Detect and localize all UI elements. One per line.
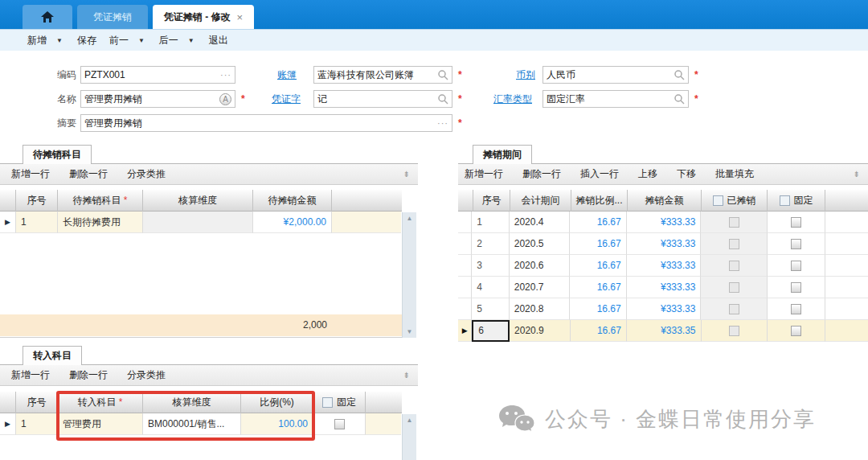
table-row[interactable]: 3 2020.6 16.67 ¥333.33 [458,255,868,277]
grid-expand-icon[interactable]: ⇟ [854,170,860,179]
vertical-scrollbar[interactable]: ▲ [402,414,416,460]
grid-expand-icon[interactable]: ⇟ [403,371,410,380]
period-cell[interactable]: 2020.6 [510,255,571,277]
add-row-button[interactable]: 新增一行 [461,167,506,181]
table-row[interactable]: ▶ 1 长期待摊费用 ¥2,000.00 [0,212,402,233]
search-icon[interactable] [674,69,685,80]
previous-button[interactable]: 前一 [106,34,132,47]
summary-field[interactable]: 管理费用摊销 ··· [80,114,452,132]
checkbox-amortized[interactable] [729,326,739,336]
checkbox-fixed[interactable] [791,217,801,228]
name-field[interactable]: 管理费用摊销 A [80,90,235,108]
seq-cell[interactable]: 3 [472,255,509,277]
next-button[interactable]: 后一 [156,34,182,47]
rate-type-link[interactable]: 汇率类型 [493,90,532,108]
exit-button[interactable]: 退出 [206,34,231,47]
move-up-button[interactable]: 上移 [635,167,661,181]
new-button[interactable]: 新增 [24,34,50,47]
table-row[interactable]: ▶ 1 管理费用 BM000001/销售... 100.00 [0,413,402,435]
delete-row-button[interactable]: 删除一行 [519,167,564,181]
chevron-down-icon[interactable]: ▼ [138,37,145,44]
table-row-selected[interactable]: ▶ 6 2020.9 16.67 ¥333.35 [458,320,868,342]
checkbox-amortized[interactable] [729,304,739,314]
search-icon[interactable] [437,69,448,80]
col-amortized[interactable]: 已摊销 [702,190,768,212]
checkbox-fixed[interactable] [334,419,345,429]
seq-cell[interactable]: 1 [472,212,509,233]
seq-cell[interactable]: 4 [472,277,509,298]
close-icon[interactable]: × [237,11,244,23]
table-row[interactable]: 5 2020.8 16.67 ¥333.33 [458,298,868,320]
seq-cell[interactable]: 6 [472,320,510,342]
ratio-cell[interactable]: 100.00 [241,413,313,435]
book-link[interactable]: 账簿 [277,66,297,84]
amount-cell[interactable]: ¥333.35 [627,320,702,342]
col-pending-amount[interactable]: 待摊销金额 [253,190,332,212]
checkbox-fixed[interactable] [791,239,801,249]
checkbox-fixed[interactable] [791,261,801,271]
ratio-cell[interactable]: 16.67 [570,298,626,320]
ratio-cell[interactable]: 16.67 [570,212,626,233]
header-checkbox-fixed[interactable] [780,195,790,206]
col-period[interactable]: 会计期间 [510,190,571,212]
save-button[interactable]: 保存 [74,34,100,47]
voucher-word-field[interactable]: 记 [313,90,452,108]
tab-voucher-amortization[interactable]: 凭证摊销 [77,5,148,29]
insert-row-button[interactable]: 插入一行 [577,167,622,181]
seq-cell[interactable]: 2 [472,233,509,255]
ratio-cell[interactable]: 16.67 [570,277,626,298]
tab-home[interactable] [23,5,72,29]
amount-cell[interactable]: ¥333.33 [627,277,702,298]
period-cell[interactable]: 2020.4 [510,212,571,233]
add-row-button[interactable]: 新增一行 [8,167,53,181]
amount-cell[interactable]: ¥333.33 [627,255,702,277]
chevron-down-icon[interactable]: ▼ [56,37,63,44]
dimension-cell[interactable] [143,212,253,233]
amount-cell[interactable]: ¥333.33 [627,298,702,320]
col-fixed[interactable]: 固定 [768,190,825,212]
ratio-cell[interactable]: 16.67 [570,233,626,255]
period-cell[interactable]: 2020.7 [510,277,571,298]
col-pending-subject[interactable]: 待摊销科目 * [58,190,143,212]
header-checkbox-amortized[interactable] [713,195,723,206]
tab-pending-subjects[interactable]: 待摊销科目 [23,145,92,164]
move-down-button[interactable]: 下移 [674,167,699,181]
seq-cell[interactable]: 1 [16,413,58,435]
currency-field[interactable]: 人民币 [542,66,689,84]
seq-cell[interactable]: 1 [16,212,58,233]
code-field[interactable]: PZTX001 ··· [80,66,235,84]
voucher-word-link[interactable]: 凭证字 [272,90,301,108]
delete-row-button[interactable]: 删除一行 [66,167,111,181]
entry-analogy-button[interactable]: 分录类推 [124,368,169,382]
period-cell[interactable]: 2020.5 [510,233,571,255]
col-transfer-subject[interactable]: 转入科目 * [58,392,143,413]
col-ratio[interactable]: 比例(%) [241,392,313,413]
vertical-scrollbar[interactable]: ▲ ▼ [402,212,416,338]
grid-expand-icon[interactable]: ⇟ [403,170,410,179]
col-seq[interactable]: 序号 [16,392,58,413]
amount-cell[interactable]: ¥2,000.00 [253,212,332,233]
col-seq[interactable]: 序号 [473,190,510,212]
subject-cell[interactable]: 管理费用 [58,413,143,435]
table-row[interactable]: 4 2020.7 16.67 ¥333.33 [458,277,868,298]
delete-row-button[interactable]: 删除一行 [66,368,111,382]
batch-fill-button[interactable]: 批量填充 [712,167,757,181]
search-icon[interactable] [437,93,448,105]
col-amount[interactable]: 摊销金额 [628,190,702,212]
header-checkbox-fixed[interactable] [322,397,333,408]
amount-cell[interactable]: ¥333.33 [627,233,702,255]
col-ratio[interactable]: 摊销比例... [571,190,628,212]
book-field[interactable]: 蓝海科技有限公司账簿 [313,66,452,84]
checkbox-fixed[interactable] [791,304,801,314]
amount-cell[interactable]: ¥333.33 [627,212,702,233]
add-row-button[interactable]: 新增一行 [8,368,53,382]
tab-voucher-amortization-edit[interactable]: 凭证摊销 - 修改 × [153,5,254,29]
col-dimension[interactable]: 核算维度 [143,392,241,413]
checkbox-amortized[interactable] [729,239,739,249]
entry-analogy-button[interactable]: 分录类推 [124,167,169,181]
col-dimension[interactable]: 核算维度 [143,190,253,212]
col-fixed[interactable]: 固定 [313,392,366,413]
checkbox-fixed[interactable] [791,282,801,293]
rate-type-field[interactable]: 固定汇率 [542,90,689,108]
chevron-down-icon[interactable]: ▼ [188,37,194,44]
